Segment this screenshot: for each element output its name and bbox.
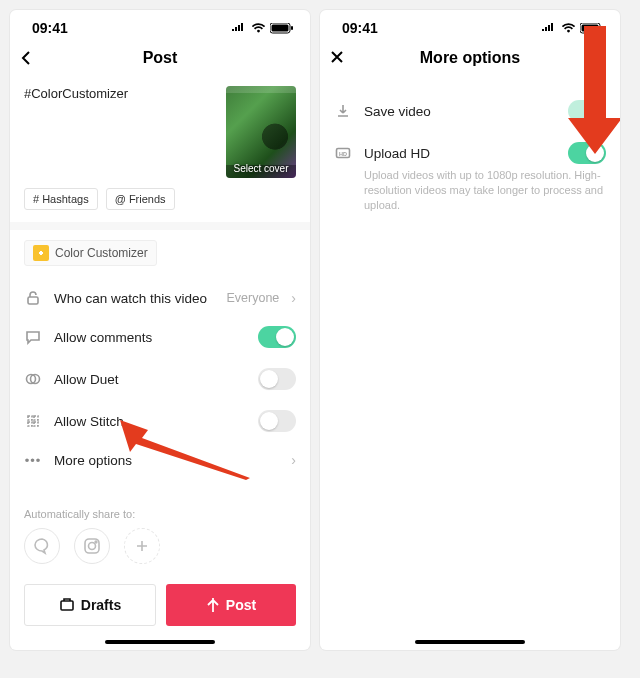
- row-upload-hd: HD Upload HD: [320, 132, 620, 168]
- svg-rect-13: [601, 26, 603, 30]
- upload-hd-subtext: Upload videos with up to 1080p resolutio…: [320, 168, 620, 223]
- post-label: Post: [226, 597, 256, 613]
- svg-rect-12: [582, 24, 599, 31]
- row-privacy[interactable]: Who can watch this video Everyone ›: [10, 280, 310, 316]
- effect-label: Color Customizer: [55, 246, 148, 260]
- svg-rect-1: [272, 24, 289, 31]
- post-icon: [206, 598, 220, 612]
- plus-icon: [133, 537, 151, 555]
- more-options-title: More options: [420, 49, 520, 67]
- back-button[interactable]: [20, 48, 34, 68]
- share-instagram[interactable]: [74, 528, 110, 564]
- status-bar: 09:41: [320, 10, 620, 38]
- status-icons: [541, 23, 604, 34]
- drafts-icon: [59, 598, 75, 612]
- download-icon: [334, 103, 352, 119]
- post-title: Post: [143, 49, 178, 67]
- privacy-label: Who can watch this video: [54, 291, 215, 306]
- save-video-toggle[interactable]: [568, 100, 606, 122]
- wifi-icon: [561, 23, 576, 34]
- effect-row: Color Customizer: [10, 230, 310, 276]
- stitch-toggle[interactable]: [258, 410, 296, 432]
- row-duet: Allow Duet: [10, 358, 310, 400]
- duet-icon: [24, 371, 42, 387]
- status-bar: 09:41: [10, 10, 310, 38]
- save-video-label: Save video: [364, 104, 556, 119]
- share-add[interactable]: [124, 528, 160, 564]
- row-more-options[interactable]: ••• More options ›: [10, 442, 310, 478]
- hd-icon: HD: [334, 145, 352, 161]
- hashtags-chip[interactable]: # Hashtags: [24, 188, 98, 210]
- signal-icon: [541, 23, 557, 33]
- bottom-buttons: Drafts Post: [10, 578, 310, 636]
- svg-rect-9: [61, 601, 73, 610]
- battery-icon: [270, 23, 294, 34]
- effect-pill[interactable]: Color Customizer: [24, 240, 157, 266]
- stitch-label: Allow Stitch: [54, 414, 246, 429]
- svg-text:HD: HD: [339, 151, 347, 157]
- separator: [10, 222, 310, 230]
- status-time: 09:41: [342, 20, 378, 36]
- comments-label: Allow comments: [54, 330, 246, 345]
- chevron-right-icon: ›: [291, 452, 296, 468]
- message-icon: [33, 537, 51, 555]
- signal-icon: [231, 23, 247, 33]
- post-options-list: Who can watch this video Everyone › Allo…: [10, 276, 310, 482]
- comment-icon: [24, 329, 42, 345]
- stitch-icon: [24, 413, 42, 429]
- svg-rect-3: [28, 297, 38, 304]
- drafts-button[interactable]: Drafts: [24, 584, 156, 626]
- lock-icon: [24, 290, 42, 306]
- home-indicator: [105, 640, 215, 644]
- battery-icon: [580, 23, 604, 34]
- more-options-screen: 09:41 More options Save video HD Upload …: [320, 10, 620, 650]
- upload-hd-label: Upload HD: [364, 146, 556, 161]
- video-thumbnail[interactable]: Select cover: [226, 86, 296, 178]
- row-comments: Allow comments: [10, 316, 310, 358]
- share-message[interactable]: [24, 528, 60, 564]
- status-icons: [231, 23, 294, 34]
- caption-chips: # Hashtags @ Friends: [10, 188, 310, 222]
- duet-label: Allow Duet: [54, 372, 246, 387]
- home-indicator: [415, 640, 525, 644]
- close-icon: [330, 50, 344, 64]
- status-time: 09:41: [32, 20, 68, 36]
- more-options-label: More options: [54, 453, 279, 468]
- chevron-right-icon: ›: [291, 290, 296, 306]
- privacy-value: Everyone: [227, 291, 280, 305]
- svg-point-7: [89, 543, 96, 550]
- upload-hd-toggle[interactable]: [568, 142, 606, 164]
- instagram-icon: [83, 537, 101, 555]
- post-button[interactable]: Post: [166, 584, 296, 626]
- effect-icon: [33, 245, 49, 261]
- row-stitch: Allow Stitch: [10, 400, 310, 442]
- select-cover-label: Select cover: [226, 163, 296, 174]
- wifi-icon: [251, 23, 266, 34]
- more-options-header: More options: [320, 38, 620, 78]
- caption-row: #ColorCustomizer Select cover: [10, 78, 310, 188]
- close-button[interactable]: [330, 49, 344, 67]
- more-icon: •••: [24, 453, 42, 468]
- post-screen: 09:41 Post #ColorCustomizer Select cover…: [10, 10, 310, 650]
- svg-rect-2: [291, 26, 293, 30]
- comments-toggle[interactable]: [258, 326, 296, 348]
- friends-chip[interactable]: @ Friends: [106, 188, 175, 210]
- duet-toggle[interactable]: [258, 368, 296, 390]
- drafts-label: Drafts: [81, 597, 121, 613]
- share-label: Automatically share to:: [10, 484, 310, 528]
- post-header: Post: [10, 38, 310, 78]
- caption-input[interactable]: #ColorCustomizer: [24, 86, 218, 178]
- chevron-left-icon: [20, 51, 34, 65]
- more-options-list: Save video HD Upload HD Upload videos wi…: [320, 78, 620, 227]
- row-save-video: Save video: [320, 90, 620, 132]
- svg-point-8: [95, 541, 97, 543]
- share-icons: [10, 528, 310, 578]
